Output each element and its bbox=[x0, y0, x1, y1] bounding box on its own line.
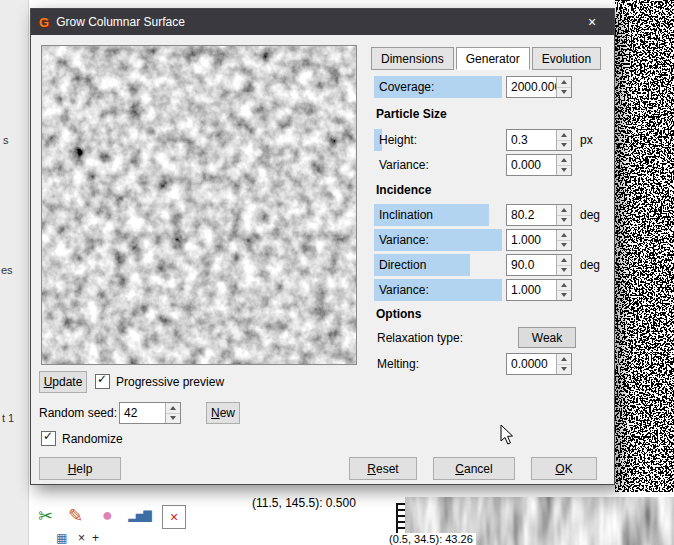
spin-up-button[interactable] bbox=[557, 230, 571, 241]
mouse-cursor bbox=[500, 424, 514, 446]
inclination-unit: deg bbox=[580, 208, 600, 222]
spin-up-button[interactable] bbox=[557, 255, 571, 266]
close-mini-icon[interactable]: × bbox=[78, 531, 85, 545]
settings-tabs: Dimensions Generator Evolution bbox=[371, 47, 603, 70]
spin-buttons bbox=[556, 130, 571, 150]
spin-up-button[interactable] bbox=[557, 354, 571, 365]
melting-row: Melting: 0.0000 bbox=[374, 353, 619, 376]
inclination-spinbox[interactable]: 80.2 bbox=[506, 204, 572, 226]
background-noise-image bbox=[615, 0, 674, 492]
cancel-button[interactable]: Cancel bbox=[433, 457, 515, 480]
direction-variance-adjustbar[interactable]: Variance: bbox=[374, 279, 502, 301]
spin-up-button[interactable] bbox=[166, 403, 180, 414]
spin-down-button[interactable] bbox=[557, 241, 571, 251]
inclination-variance-label: Variance: bbox=[379, 233, 429, 247]
direction-value: 90.0 bbox=[511, 258, 534, 272]
background-statusbar-readout: (0.5, 34.5): 43.26 bbox=[386, 533, 476, 545]
tab-evolution[interactable]: Evolution bbox=[532, 47, 601, 70]
relaxation-type-dropdown[interactable]: Weak bbox=[518, 327, 576, 348]
mask-remove-tool-icon[interactable]: × bbox=[162, 505, 186, 529]
statusbar-readout: (11.5, 145.5): 0.500 bbox=[252, 496, 356, 510]
direction-variance-row: Variance: 1.000 bbox=[374, 279, 619, 302]
spin-down-button[interactable] bbox=[557, 365, 571, 375]
height-adjustbar[interactable]: Height: bbox=[374, 129, 502, 151]
app-logo-icon: G bbox=[39, 15, 49, 30]
progressive-preview-checkbox[interactable]: ✓ Progressive preview bbox=[95, 374, 224, 389]
surface-preview-image bbox=[41, 45, 357, 365]
dialog-title: Grow Columnar Surface bbox=[56, 15, 185, 29]
randomize-checkbox[interactable]: ✓ Randomize bbox=[41, 431, 123, 446]
options-heading: Options bbox=[376, 307, 421, 321]
mark-tool-icon[interactable]: ● bbox=[94, 502, 121, 529]
spin-buttons bbox=[556, 230, 571, 250]
spin-down-button[interactable] bbox=[557, 266, 571, 276]
spin-down-button[interactable] bbox=[166, 414, 180, 424]
clipped-label: es bbox=[1, 264, 13, 276]
spin-up-button[interactable] bbox=[557, 77, 571, 88]
random-seed-spinbox[interactable]: 42 bbox=[119, 402, 181, 424]
profile-tool-icon[interactable]: ▂▅▇ bbox=[126, 502, 153, 529]
spin-down-button[interactable] bbox=[557, 166, 571, 176]
melting-spinbox[interactable]: 0.0000 bbox=[506, 353, 572, 375]
check-icon: ✓ bbox=[43, 429, 53, 443]
spin-up-button[interactable] bbox=[557, 130, 571, 141]
incidence-heading: Incidence bbox=[376, 183, 431, 197]
inclination-variance-spinbox[interactable]: 1.000 bbox=[506, 229, 572, 251]
new-seed-button[interactable]: New bbox=[206, 402, 240, 424]
randomize-label: Randomize bbox=[62, 432, 123, 446]
spin-buttons bbox=[556, 155, 571, 175]
melting-label: Melting: bbox=[377, 357, 419, 371]
inclination-variance-adjustbar[interactable]: Variance: bbox=[374, 229, 502, 251]
tab-generator[interactable]: Generator bbox=[456, 47, 530, 70]
checkbox-box: ✓ bbox=[41, 431, 56, 446]
direction-variance-label: Variance: bbox=[379, 283, 429, 297]
update-button[interactable]: Update bbox=[39, 371, 87, 393]
inclination-variance-value: 1.000 bbox=[511, 233, 541, 247]
ok-button[interactable]: OK bbox=[531, 457, 597, 480]
relaxation-label: Relaxation type: bbox=[377, 331, 463, 345]
direction-variance-spinbox[interactable]: 1.000 bbox=[506, 279, 572, 301]
spot-tool-icon[interactable]: ✎ bbox=[62, 502, 89, 529]
reset-button[interactable]: Reset bbox=[349, 457, 417, 480]
left-panel-strip: s es t 1 bbox=[0, 0, 29, 545]
coverage-adjustbar[interactable]: Coverage: bbox=[374, 76, 502, 98]
height-variance-value: 0.000 bbox=[511, 158, 541, 172]
coverage-value: 2000.000 bbox=[511, 80, 561, 94]
checkbox-box: ✓ bbox=[95, 374, 110, 389]
spin-buttons bbox=[556, 354, 571, 374]
add-mini-icon[interactable]: + bbox=[92, 531, 99, 545]
spin-buttons bbox=[556, 205, 571, 225]
spin-down-button[interactable] bbox=[557, 291, 571, 301]
spin-up-button[interactable] bbox=[557, 280, 571, 291]
direction-label: Direction bbox=[379, 258, 426, 272]
coverage-label: Coverage: bbox=[379, 80, 434, 94]
dialog-titlebar[interactable]: G Grow Columnar Surface × bbox=[31, 9, 614, 35]
crop-tool-icon[interactable]: ✂ bbox=[32, 502, 59, 529]
grid-icon[interactable]: ▦ bbox=[56, 531, 67, 545]
direction-adjustbar[interactable]: Direction bbox=[374, 254, 502, 276]
random-seed-value: 42 bbox=[124, 406, 137, 420]
direction-spinbox[interactable]: 90.0 bbox=[506, 254, 572, 276]
spin-down-button[interactable] bbox=[557, 216, 571, 226]
height-variance-spinbox[interactable]: 0.000 bbox=[506, 154, 572, 176]
spin-down-button[interactable] bbox=[557, 88, 571, 98]
clipped-label: t 1 bbox=[2, 412, 14, 424]
spin-buttons bbox=[556, 255, 571, 275]
direction-variance-value: 1.000 bbox=[511, 283, 541, 297]
spin-up-button[interactable] bbox=[557, 205, 571, 216]
height-variance-label: Variance: bbox=[379, 158, 429, 172]
clipped-label: s bbox=[3, 134, 9, 146]
spin-down-button[interactable] bbox=[557, 141, 571, 151]
tab-dimensions[interactable]: Dimensions bbox=[371, 47, 454, 70]
height-variance-adjustbar[interactable]: Variance: bbox=[374, 154, 502, 176]
relaxation-row: Relaxation type: Weak bbox=[374, 327, 619, 350]
spin-up-button[interactable] bbox=[557, 155, 571, 166]
height-spinbox[interactable]: 0.3 bbox=[506, 129, 572, 151]
inclination-adjustbar[interactable]: Inclination bbox=[374, 204, 502, 226]
help-button[interactable]: Help bbox=[39, 457, 121, 480]
inclination-row: Inclination 80.2 deg bbox=[374, 204, 619, 227]
close-button[interactable]: × bbox=[570, 9, 614, 35]
check-icon: ✓ bbox=[97, 372, 107, 386]
progressive-preview-label: Progressive preview bbox=[116, 375, 224, 389]
coverage-spinbox[interactable]: 2000.000 bbox=[506, 76, 572, 98]
